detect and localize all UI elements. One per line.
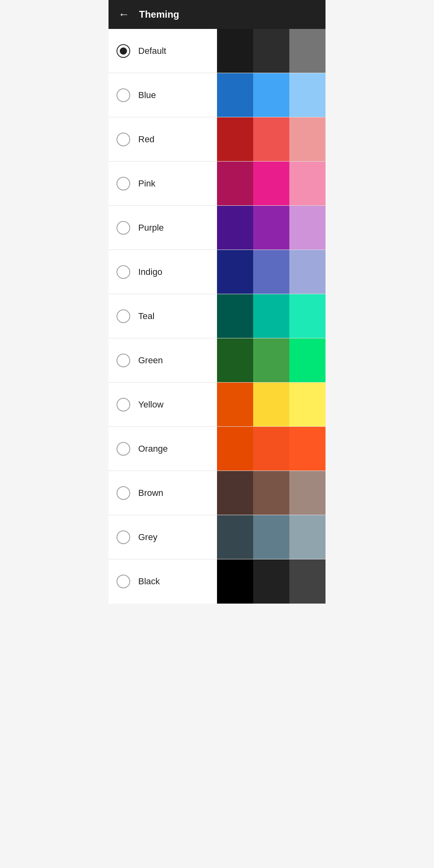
theme-label-brown: Brown bbox=[138, 488, 163, 498]
swatch-orange-0 bbox=[217, 427, 253, 471]
swatch-yellow-1 bbox=[253, 383, 289, 426]
header: ← Theming bbox=[108, 0, 326, 29]
theme-radio-area-green: Green bbox=[108, 338, 217, 382]
theme-label-green: Green bbox=[138, 355, 163, 366]
radio-button-default[interactable] bbox=[117, 44, 130, 58]
theme-item-orange[interactable]: Orange bbox=[108, 427, 326, 471]
swatch-purple-1 bbox=[253, 206, 289, 250]
swatch-brown-1 bbox=[253, 471, 289, 515]
swatch-yellow-0 bbox=[217, 383, 253, 426]
theme-label-pink: Pink bbox=[138, 178, 156, 189]
theme-label-orange: Orange bbox=[138, 444, 168, 454]
theme-item-indigo[interactable]: Indigo bbox=[108, 250, 326, 294]
theme-radio-area-yellow: Yellow bbox=[108, 383, 217, 426]
theme-item-pink[interactable]: Pink bbox=[108, 162, 326, 206]
radio-button-blue[interactable] bbox=[117, 88, 130, 102]
swatch-blue-1 bbox=[253, 73, 289, 117]
theme-radio-area-purple: Purple bbox=[108, 206, 217, 250]
theme-radio-area-teal: Teal bbox=[108, 294, 217, 338]
app-container: ← Theming DefaultBlueRedPinkPurpleIndigo… bbox=[108, 0, 326, 604]
theme-item-blue[interactable]: Blue bbox=[108, 73, 326, 117]
theme-label-grey: Grey bbox=[138, 532, 158, 542]
swatch-teal-0 bbox=[217, 294, 253, 338]
theme-label-red: Red bbox=[138, 134, 154, 145]
radio-button-grey[interactable] bbox=[117, 530, 130, 544]
swatches-default bbox=[217, 29, 326, 73]
theme-item-teal[interactable]: Teal bbox=[108, 294, 326, 338]
theme-item-black[interactable]: Black bbox=[108, 559, 326, 604]
radio-button-green[interactable] bbox=[117, 354, 130, 367]
theme-label-purple: Purple bbox=[138, 223, 164, 233]
swatch-blue-2 bbox=[289, 73, 326, 117]
swatch-green-0 bbox=[217, 338, 253, 382]
theme-label-teal: Teal bbox=[138, 311, 154, 321]
theme-item-brown[interactable]: Brown bbox=[108, 471, 326, 515]
theme-label-default: Default bbox=[138, 46, 166, 56]
swatch-grey-0 bbox=[217, 515, 253, 559]
swatch-brown-2 bbox=[289, 471, 326, 515]
radio-button-purple[interactable] bbox=[117, 221, 130, 235]
swatches-purple bbox=[217, 206, 326, 250]
swatch-default-1 bbox=[253, 29, 289, 73]
swatches-grey bbox=[217, 515, 326, 559]
swatch-teal-2 bbox=[289, 294, 326, 338]
radio-button-teal[interactable] bbox=[117, 309, 130, 323]
theme-label-blue: Blue bbox=[138, 90, 156, 100]
swatches-red bbox=[217, 117, 326, 161]
swatches-blue bbox=[217, 73, 326, 117]
swatches-green bbox=[217, 338, 326, 382]
theme-radio-area-black: Black bbox=[108, 559, 217, 604]
radio-button-brown[interactable] bbox=[117, 486, 130, 500]
swatch-black-1 bbox=[253, 559, 289, 604]
theme-label-indigo: Indigo bbox=[138, 267, 162, 277]
swatches-orange bbox=[217, 427, 326, 471]
swatch-grey-1 bbox=[253, 515, 289, 559]
swatches-pink bbox=[217, 162, 326, 205]
swatch-pink-1 bbox=[253, 162, 289, 205]
theme-item-grey[interactable]: Grey bbox=[108, 515, 326, 559]
swatch-grey-2 bbox=[289, 515, 326, 559]
theme-radio-area-blue: Blue bbox=[108, 73, 217, 117]
theme-radio-area-default: Default bbox=[108, 29, 217, 73]
swatch-black-2 bbox=[289, 559, 326, 604]
swatch-red-0 bbox=[217, 117, 253, 161]
swatches-teal bbox=[217, 294, 326, 338]
theme-label-black: Black bbox=[138, 576, 160, 587]
radio-button-pink[interactable] bbox=[117, 177, 130, 190]
swatch-orange-1 bbox=[253, 427, 289, 471]
swatch-orange-2 bbox=[289, 427, 326, 471]
radio-button-yellow[interactable] bbox=[117, 398, 130, 411]
swatch-indigo-2 bbox=[289, 250, 326, 294]
swatch-pink-0 bbox=[217, 162, 253, 205]
swatch-green-2 bbox=[289, 338, 326, 382]
theme-list: DefaultBlueRedPinkPurpleIndigoTealGreenY… bbox=[108, 29, 326, 604]
swatch-default-0 bbox=[217, 29, 253, 73]
radio-button-black[interactable] bbox=[117, 575, 130, 588]
theme-radio-area-orange: Orange bbox=[108, 427, 217, 471]
swatch-yellow-2 bbox=[289, 383, 326, 426]
theme-radio-area-pink: Pink bbox=[108, 162, 217, 205]
swatch-green-1 bbox=[253, 338, 289, 382]
theme-label-yellow: Yellow bbox=[138, 399, 164, 410]
swatch-indigo-1 bbox=[253, 250, 289, 294]
swatch-teal-1 bbox=[253, 294, 289, 338]
theme-item-purple[interactable]: Purple bbox=[108, 206, 326, 250]
back-icon: ← bbox=[118, 8, 129, 20]
swatch-red-2 bbox=[289, 117, 326, 161]
swatches-black bbox=[217, 559, 326, 604]
theme-radio-area-red: Red bbox=[108, 117, 217, 161]
swatch-black-0 bbox=[217, 559, 253, 604]
swatch-brown-0 bbox=[217, 471, 253, 515]
theme-item-yellow[interactable]: Yellow bbox=[108, 383, 326, 427]
swatch-purple-2 bbox=[289, 206, 326, 250]
radio-button-red[interactable] bbox=[117, 133, 130, 146]
theme-item-red[interactable]: Red bbox=[108, 117, 326, 162]
swatch-pink-2 bbox=[289, 162, 326, 205]
swatch-purple-0 bbox=[217, 206, 253, 250]
radio-button-indigo[interactable] bbox=[117, 265, 130, 279]
swatch-blue-0 bbox=[217, 73, 253, 117]
theme-item-green[interactable]: Green bbox=[108, 338, 326, 383]
radio-button-orange[interactable] bbox=[117, 442, 130, 456]
back-button[interactable]: ← bbox=[117, 7, 131, 22]
theme-item-default[interactable]: Default bbox=[108, 29, 326, 73]
